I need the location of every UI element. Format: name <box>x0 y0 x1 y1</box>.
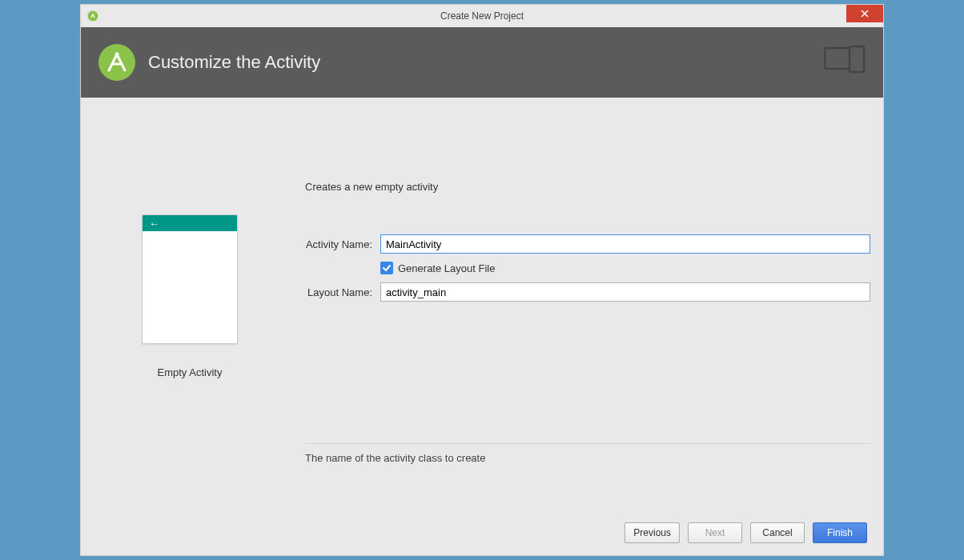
activity-name-label: Activity Name: <box>305 238 380 250</box>
hint-text: The name of the activity class to create <box>305 452 870 464</box>
header-band: Customize the Activity <box>81 27 883 98</box>
checkmark-icon <box>382 263 392 273</box>
preview-caption: Empty Activity <box>118 366 262 378</box>
layout-name-label: Layout Name: <box>305 286 380 298</box>
cancel-button[interactable]: Cancel <box>750 522 805 543</box>
devices-icon <box>824 45 866 76</box>
svg-rect-4 <box>850 46 864 72</box>
activity-name-input[interactable] <box>380 234 870 254</box>
generate-layout-row: Generate Layout File <box>305 262 870 274</box>
form-column: Creates a new empty activity Activity Na… <box>305 181 870 310</box>
window-title: Create New Project <box>81 10 883 22</box>
generate-layout-checkbox[interactable] <box>380 262 393 274</box>
generate-layout-label: Generate Layout File <box>398 262 495 274</box>
body-area: ← Empty Activity Creates a new empty act… <box>81 98 883 510</box>
next-button[interactable]: Next <box>688 522 742 543</box>
close-button[interactable] <box>846 5 883 22</box>
dialog-window: Create New Project Customize the Activit… <box>80 4 884 556</box>
svg-point-2 <box>115 53 119 57</box>
footer: Previous Next Cancel Finish <box>81 510 883 555</box>
svg-rect-3 <box>825 48 852 69</box>
page-title: Customize the Activity <box>148 52 320 73</box>
back-arrow-icon: ← <box>149 218 159 229</box>
hint-area: The name of the activity class to create <box>305 443 870 464</box>
hint-divider <box>305 443 870 444</box>
previous-button[interactable]: Previous <box>625 522 680 543</box>
phone-preview: ← <box>142 214 238 344</box>
android-studio-logo <box>97 42 137 82</box>
preview-app-bar: ← <box>143 215 237 231</box>
close-icon <box>861 8 869 20</box>
finish-button[interactable]: Finish <box>813 522 867 543</box>
layout-name-input[interactable] <box>380 282 870 302</box>
titlebar: Create New Project <box>81 5 883 27</box>
svg-point-1 <box>98 44 135 81</box>
activity-name-row: Activity Name: <box>305 234 870 254</box>
svg-point-0 <box>88 11 98 22</box>
android-studio-icon <box>87 10 98 22</box>
layout-name-row: Layout Name: <box>305 282 870 302</box>
form-description: Creates a new empty activity <box>305 181 870 193</box>
preview-column: ← Empty Activity <box>118 214 262 378</box>
